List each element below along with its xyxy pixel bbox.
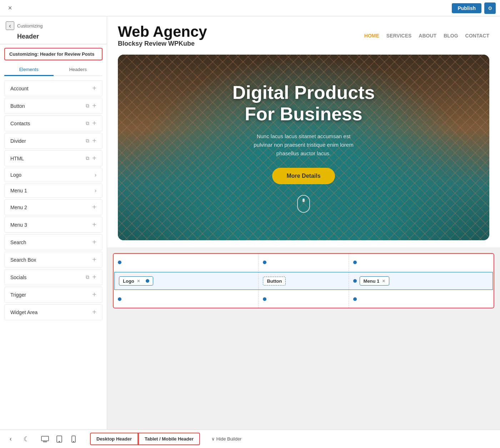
- nav-blog[interactable]: BLOG: [444, 33, 458, 39]
- hero-button[interactable]: More Details: [272, 168, 335, 184]
- preview-area: Web Agency Blocksy Review WPKube HOME SE…: [107, 16, 500, 247]
- logo-label: Logo: [123, 278, 134, 284]
- back-button[interactable]: ‹: [6, 21, 14, 30]
- add-icon: +: [92, 119, 96, 127]
- chevron-right-icon: ›: [95, 172, 96, 178]
- element-logo[interactable]: Logo ›: [4, 168, 102, 182]
- tablet-mobile-header-tab[interactable]: Tablet / Mobile Header: [138, 433, 200, 445]
- cell-dot: [353, 279, 357, 283]
- copy-icon: ⧉: [86, 138, 89, 144]
- builder-row-bottom: [114, 291, 494, 308]
- add-icon: +: [92, 273, 96, 281]
- gear-button[interactable]: ⚙: [484, 2, 496, 14]
- site-title-block: Web Agency Blocksy Review WPKube: [118, 24, 207, 47]
- builder-cell-menu1: Menu 1 ×: [349, 272, 492, 290]
- add-icon: +: [92, 137, 96, 145]
- builder-row-main: Logo × Button Menu 1: [114, 272, 493, 290]
- breadcrumb: Customizing: [17, 23, 43, 29]
- add-icon: +: [92, 84, 96, 92]
- top-bar: × Publish ⚙: [0, 0, 500, 16]
- tab-elements[interactable]: Elements: [4, 64, 54, 76]
- element-trigger[interactable]: Trigger +: [4, 287, 102, 303]
- elements-list: Account + Button ⧉ + Contacts ⧉ +: [0, 76, 107, 429]
- cell-dot: [263, 261, 266, 264]
- builder-wrapper: → L: [107, 247, 500, 314]
- element-search-box[interactable]: Search Box +: [4, 252, 102, 268]
- element-socials[interactable]: Socials ⧉ +: [4, 269, 102, 285]
- prev-button[interactable]: ‹: [6, 434, 16, 444]
- sidebar-back: ‹ Customizing: [6, 21, 101, 33]
- menu1-label: Menu 1: [364, 278, 380, 284]
- customizing-banner: Customizing: Header for Review Posts: [4, 48, 102, 60]
- cell-dot: [146, 279, 149, 283]
- element-contacts[interactable]: Contacts ⧉ +: [4, 115, 102, 131]
- add-icon: +: [92, 291, 96, 299]
- menu1-close-button[interactable]: ×: [382, 278, 385, 284]
- svg-point-5: [59, 441, 60, 442]
- builder-cell-logo: Logo ×: [115, 272, 259, 290]
- cell-dot: [118, 261, 121, 264]
- nav-contact[interactable]: CONTACT: [465, 33, 489, 39]
- builder-area: Logo × Button Menu 1: [113, 253, 494, 308]
- site-nav: HOME SERVICES ABOUT BLOG CONTACT: [364, 33, 489, 39]
- nav-home[interactable]: HOME: [364, 33, 379, 39]
- element-divider[interactable]: Divider ⧉ +: [4, 133, 102, 149]
- builder-cell-tm: [259, 254, 349, 271]
- site-name: Web Agency: [118, 24, 207, 40]
- header-item-button[interactable]: Button: [263, 277, 286, 286]
- desktop-icon[interactable]: [40, 434, 50, 444]
- element-menu3[interactable]: Menu 3 +: [4, 217, 102, 233]
- element-account[interactable]: Account +: [4, 80, 102, 96]
- scroll-dot: [302, 198, 305, 202]
- site-tagline: Blocksy Review WPKube: [118, 40, 207, 47]
- nav-services[interactable]: SERVICES: [386, 33, 412, 39]
- chevron-down-icon: ∨: [211, 436, 215, 442]
- header-item-menu1[interactable]: Menu 1 ×: [360, 276, 389, 286]
- builder-cell-tl: [114, 254, 259, 271]
- sidebar: ‹ Customizing Header Customizing: Header…: [0, 16, 107, 429]
- content-area: Web Agency Blocksy Review WPKube HOME SE…: [107, 16, 500, 429]
- add-icon: +: [92, 308, 96, 316]
- element-button[interactable]: Button ⧉ +: [4, 98, 102, 114]
- sidebar-title: Header: [6, 33, 101, 44]
- element-search[interactable]: Search +: [4, 234, 102, 250]
- add-icon: +: [92, 102, 96, 110]
- mobile-icon[interactable]: [69, 434, 79, 444]
- sidebar-header: ‹ Customizing Header: [0, 16, 107, 44]
- hero-content: Digital ProductsFor Business Nunc lacus …: [218, 68, 389, 227]
- builder-row-top: [114, 254, 494, 271]
- builder-cell-tr: [349, 254, 494, 271]
- element-widget-area[interactable]: Widget Area +: [4, 304, 102, 320]
- close-button[interactable]: ×: [4, 2, 16, 14]
- header-item-logo[interactable]: Logo ×: [119, 276, 153, 286]
- hero-description: Nunc lacus lacus sitamet accumsan est pu…: [232, 132, 375, 158]
- scroll-indicator: [297, 195, 310, 213]
- cell-dot: [263, 297, 266, 301]
- hero-section: Digital ProductsFor Business Nunc lacus …: [118, 55, 489, 240]
- device-icons: [40, 434, 79, 444]
- builder-cell-button: Button: [259, 272, 349, 290]
- add-icon: +: [92, 238, 96, 246]
- publish-button[interactable]: Publish: [452, 3, 481, 13]
- element-menu1[interactable]: Menu 1 ›: [4, 183, 102, 198]
- hero-title: Digital ProductsFor Business: [232, 82, 375, 125]
- cell-dot: [353, 261, 357, 264]
- add-icon: +: [92, 221, 96, 229]
- dark-mode-button[interactable]: ☾: [21, 434, 31, 444]
- element-html[interactable]: HTML ⧉ +: [4, 150, 102, 166]
- copy-icon: ⧉: [86, 274, 89, 280]
- cell-dot: [118, 297, 121, 301]
- logo-close-button[interactable]: ×: [137, 278, 140, 284]
- gear-icon: ⚙: [488, 5, 492, 11]
- tablet-icon[interactable]: [54, 434, 64, 444]
- copy-icon: ⧉: [86, 120, 89, 126]
- main-layout: ‹ Customizing Header Customizing: Header…: [0, 16, 500, 429]
- desktop-header-tab[interactable]: Desktop Header: [90, 433, 138, 445]
- tab-headers[interactable]: Headers: [54, 64, 103, 76]
- hide-builder-button[interactable]: ∨ Hide Builder: [211, 436, 241, 442]
- element-menu2[interactable]: Menu 2 +: [4, 199, 102, 215]
- site-header: Web Agency Blocksy Review WPKube HOME SE…: [118, 24, 489, 47]
- nav-about[interactable]: ABOUT: [419, 33, 436, 39]
- button-label: Button: [267, 278, 282, 284]
- cell-dot: [353, 297, 357, 301]
